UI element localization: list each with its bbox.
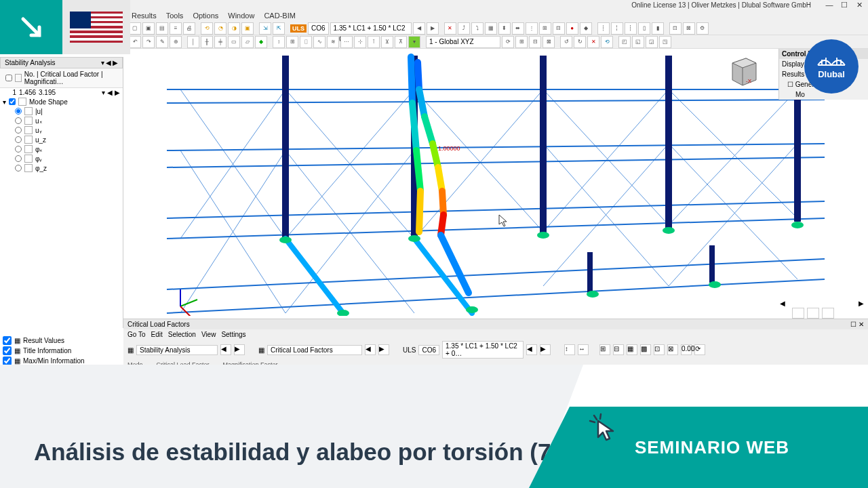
tool-btn[interactable]: 0.00 bbox=[681, 344, 692, 355]
opt-radio[interactable] bbox=[15, 117, 22, 124]
tool-btn[interactable]: ◳ bbox=[659, 36, 671, 48]
tool-btn[interactable]: ⊼ bbox=[395, 36, 407, 48]
bm-edit[interactable]: Edit bbox=[151, 331, 163, 338]
panel-dd-icon[interactable]: ▾ bbox=[101, 59, 104, 66]
tool-btn[interactable]: ≋ bbox=[327, 36, 339, 48]
collapse-icon[interactable]: ▾ bbox=[3, 98, 6, 106]
tree-opt[interactable]: u_z bbox=[0, 135, 123, 144]
tool-btn[interactable]: ↶ bbox=[129, 36, 141, 48]
opt-radio[interactable] bbox=[15, 146, 22, 152]
tool-btn[interactable]: ◆ bbox=[255, 36, 267, 48]
bm-goto[interactable]: Go To bbox=[127, 331, 146, 338]
tree-opt[interactable]: φ_z bbox=[0, 163, 123, 173]
tool-btn[interactable]: ▣ bbox=[142, 22, 155, 35]
tool-btn[interactable]: ┊ bbox=[597, 22, 610, 35]
tool-btn[interactable]: ⤴ bbox=[458, 22, 470, 35]
tool-btn[interactable]: ▮ bbox=[652, 22, 664, 35]
tool-btn[interactable]: ↕ bbox=[273, 36, 285, 48]
tree-opt[interactable]: uᵧ bbox=[0, 125, 123, 135]
opt-radio[interactable] bbox=[15, 165, 22, 171]
tool-btn[interactable]: ⊹ bbox=[354, 36, 366, 48]
tool-btn[interactable]: ⊠ bbox=[542, 36, 555, 48]
opt-radio[interactable] bbox=[15, 108, 22, 115]
close-button[interactable]: ✕ bbox=[853, 1, 865, 9]
panel-max-icon[interactable]: ☐ bbox=[850, 321, 856, 328]
tree-mode-shape[interactable]: ▾ Mode Shape bbox=[0, 97, 123, 106]
tool-btn[interactable]: ╫ bbox=[201, 36, 213, 48]
prev-button[interactable]: ◀ bbox=[413, 22, 425, 35]
view-btn[interactable] bbox=[807, 308, 819, 319]
tool-btn[interactable]: ⊞ bbox=[539, 22, 551, 35]
prev-button[interactable]: ◀ bbox=[220, 344, 231, 355]
tool-btn[interactable]: ╪ bbox=[214, 36, 226, 48]
tool-btn[interactable]: ▦ bbox=[627, 344, 637, 355]
scroll-left-icon[interactable]: ◀ bbox=[780, 300, 785, 309]
combo-formula[interactable]: 1.35 * LC1 + 1.50 * LC2 + 0… bbox=[330, 22, 412, 35]
tree-checkbox[interactable] bbox=[9, 98, 16, 105]
tool-btn[interactable]: ┆ bbox=[625, 22, 637, 35]
tool-btn[interactable]: ↷ bbox=[142, 36, 155, 48]
tool-btn[interactable]: ⬌ bbox=[512, 22, 524, 35]
tree-opt[interactable]: uₓ bbox=[0, 116, 123, 125]
tool-btn[interactable]: ⊟ bbox=[613, 344, 624, 355]
tool-btn[interactable]: ⌷ bbox=[300, 36, 312, 48]
combo-co[interactable]: CO6 bbox=[418, 345, 439, 355]
tool-btn[interactable]: ⋮ bbox=[526, 22, 538, 35]
tool-btn[interactable]: ▩ bbox=[640, 344, 651, 355]
tree-checkbox[interactable] bbox=[5, 75, 12, 81]
prev-button[interactable]: ◀ bbox=[365, 344, 376, 355]
tool-btn[interactable]: ⊞ bbox=[515, 36, 528, 48]
tool-btn[interactable]: ⊞ bbox=[599, 344, 610, 355]
tool-btn[interactable]: ⇲ bbox=[259, 22, 271, 35]
panel-next-icon[interactable]: ▶ bbox=[113, 59, 118, 66]
tool-btn[interactable]: ⟳ bbox=[694, 344, 705, 355]
tool-btn[interactable]: ◔ bbox=[214, 22, 226, 35]
tool-btn[interactable]: ⊻ bbox=[381, 36, 393, 48]
menu-cadbim[interactable]: CAD-BIM bbox=[261, 12, 298, 20]
tool-btn[interactable]: ⬍ bbox=[498, 22, 511, 35]
view-btn[interactable] bbox=[822, 308, 834, 319]
cb-title-info[interactable] bbox=[3, 346, 12, 355]
tool-btn[interactable]: ≡ bbox=[170, 22, 182, 35]
menu-tools[interactable]: Tools bbox=[163, 12, 186, 20]
bm-selection[interactable]: Selection bbox=[168, 331, 196, 338]
tool-btn[interactable]: ⟳ bbox=[502, 36, 514, 48]
tool-btn[interactable]: ⟲ bbox=[201, 22, 213, 35]
tool-btn[interactable]: ⤵ bbox=[471, 22, 484, 35]
tool-btn[interactable]: ⊺ bbox=[368, 36, 380, 48]
tool-btn[interactable]: ◲ bbox=[646, 36, 658, 48]
next-button[interactable]: ▶ bbox=[540, 344, 551, 355]
tool-btn[interactable]: ⊞ bbox=[286, 36, 298, 48]
tool-btn[interactable]: ▣ bbox=[241, 22, 254, 35]
row-dd-icon[interactable]: ▾ ◀ ▶ bbox=[102, 89, 120, 96]
tool-btn[interactable]: ▤ bbox=[156, 22, 168, 35]
view-btn[interactable] bbox=[792, 308, 804, 319]
prev-button[interactable]: ◀ bbox=[526, 344, 537, 355]
tool-btn[interactable]: ▭ bbox=[228, 36, 240, 48]
tool-btn[interactable]: ⊡ bbox=[669, 22, 682, 35]
tool-btn[interactable]: ⊟ bbox=[553, 22, 565, 35]
tool-btn[interactable]: ╎ bbox=[611, 22, 623, 35]
opt-radio[interactable] bbox=[15, 127, 22, 134]
tool-btn[interactable]: ⊠ bbox=[683, 22, 695, 35]
panel-prev-icon[interactable]: ◀ bbox=[106, 59, 111, 66]
tool-btn[interactable]: ∿ bbox=[313, 36, 326, 48]
tool-btn[interactable]: ↺ bbox=[560, 36, 572, 48]
menu-results[interactable]: Results bbox=[129, 12, 159, 20]
tool-btn[interactable]: ▦ bbox=[485, 22, 497, 35]
tool-btn[interactable]: ⟲ bbox=[601, 36, 613, 48]
tool-btn[interactable]: ↕ bbox=[564, 344, 575, 355]
tool-btn[interactable]: ◑ bbox=[228, 22, 240, 35]
opt-radio[interactable] bbox=[15, 136, 22, 143]
tool-btn[interactable]: ▢ bbox=[129, 22, 141, 35]
combo-result[interactable]: Critical Load Factors bbox=[267, 345, 362, 355]
menu-options[interactable]: Options bbox=[190, 12, 221, 20]
tool-btn[interactable]: ⊠ bbox=[667, 344, 678, 355]
next-button[interactable]: ▶ bbox=[234, 344, 245, 355]
combo-co[interactable]: CO6 bbox=[308, 22, 329, 35]
maximize-button[interactable]: ☐ bbox=[838, 1, 850, 9]
tool-btn[interactable]: ◱ bbox=[632, 36, 644, 48]
next-button[interactable]: ▶ bbox=[427, 22, 439, 35]
tool-btn[interactable]: ● bbox=[566, 22, 578, 35]
tool-btn[interactable]: ⋯ bbox=[340, 36, 353, 48]
